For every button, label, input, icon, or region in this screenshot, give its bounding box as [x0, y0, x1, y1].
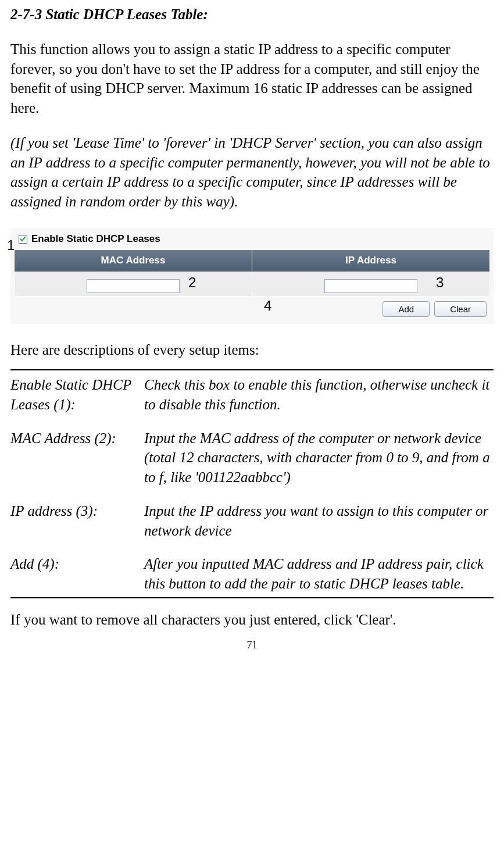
- lease-table: MAC Address IP Address: [14, 249, 490, 297]
- desc-definition: Input the MAC address of the computer or…: [144, 429, 494, 487]
- annotation-1: 1: [7, 236, 15, 255]
- enable-checkbox-row: Enable Static DHCP Leases: [14, 231, 490, 249]
- desc-term: MAC Address (2):: [10, 429, 144, 448]
- button-row: Add Clear: [14, 297, 490, 318]
- descriptions-table: Enable Static DHCP Leases (1): Check thi…: [10, 369, 494, 598]
- descriptions-intro: Here are descriptions of every setup ite…: [10, 340, 494, 360]
- ip-address-input[interactable]: [324, 279, 417, 293]
- desc-definition: Input the IP address you want to assign …: [144, 501, 494, 541]
- column-header-ip: IP Address: [252, 250, 489, 272]
- footer-text: If you want to remove all characters you…: [10, 610, 494, 630]
- annotation-3: 3: [436, 273, 444, 292]
- ui-screenshot-area: 1 2 3 4 Enable Static DHCP Leases MAC Ad…: [10, 228, 494, 324]
- checkmark-icon: [19, 236, 27, 243]
- desc-definition: After you inputted MAC address and IP ad…: [144, 554, 494, 594]
- annotation-2: 2: [188, 273, 196, 292]
- desc-row-mac: MAC Address (2): Input the MAC address o…: [10, 429, 494, 487]
- desc-definition: Check this box to enable this function, …: [144, 375, 494, 415]
- intro-paragraph: This function allows you to assign a sta…: [10, 40, 494, 118]
- desc-term: Enable Static DHCP Leases (1):: [10, 375, 144, 415]
- clear-button[interactable]: Clear: [434, 301, 487, 317]
- column-header-mac: MAC Address: [15, 250, 252, 272]
- desc-row-enable: Enable Static DHCP Leases (1): Check thi…: [10, 375, 494, 415]
- dhcp-lease-panel: Enable Static DHCP Leases MAC Address IP…: [10, 228, 494, 324]
- desc-row-add: Add (4): After you inputted MAC address …: [10, 554, 494, 594]
- desc-row-ip: IP address (3): Input the IP address you…: [10, 501, 494, 541]
- desc-term: Add (4):: [10, 554, 144, 574]
- desc-term: IP address (3):: [10, 501, 144, 521]
- enable-checkbox-label: Enable Static DHCP Leases: [31, 233, 160, 246]
- note-paragraph: (If you set 'Lease Time' to 'forever' in…: [10, 133, 494, 212]
- table-row: [15, 272, 489, 297]
- page-number: 71: [10, 638, 494, 652]
- annotation-4: 4: [264, 297, 271, 315]
- enable-checkbox[interactable]: [19, 235, 27, 244]
- section-heading: 2-7-3 Static DHCP Leases Table:: [10, 5, 494, 24]
- add-button[interactable]: Add: [383, 301, 430, 317]
- mac-address-input[interactable]: [87, 279, 180, 293]
